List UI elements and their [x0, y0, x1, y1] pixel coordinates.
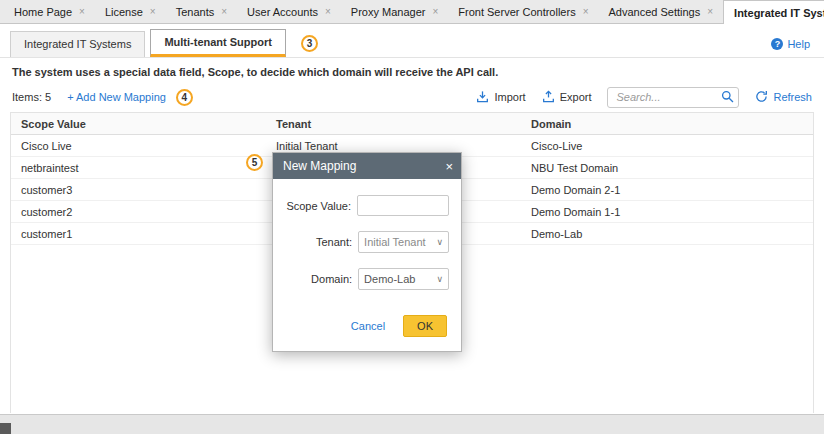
- annotation-step-3: 3: [301, 35, 318, 52]
- tenant-label: Tenant:: [285, 236, 352, 248]
- tab-label: Integrated IT Systems: [734, 7, 824, 19]
- cell-domain: Cisco-Live: [531, 140, 813, 152]
- refresh-label: Refresh: [773, 91, 812, 103]
- close-icon[interactable]: ×: [583, 7, 589, 17]
- cell-tenant: Initial Tenant: [276, 140, 531, 152]
- tab-label: Front Server Controllers: [458, 6, 575, 18]
- footer-corner-marker: [0, 423, 11, 434]
- tab-label: Tenants: [176, 6, 215, 18]
- tenant-select[interactable]: Initial Tenant ∨: [358, 231, 449, 253]
- help-icon: ?: [771, 38, 783, 50]
- chevron-down-icon: ∨: [436, 274, 443, 284]
- domain-label: Domain:: [285, 273, 352, 285]
- subtab-label: Integrated IT Systems: [24, 38, 131, 50]
- search-box: [607, 87, 739, 108]
- app-window: Home Page × License × Tenants × User Acc…: [0, 0, 824, 434]
- ok-button[interactable]: OK: [403, 315, 447, 337]
- cell-scope-value: netbraintest: [11, 162, 276, 174]
- annotation-step-5: 5: [246, 154, 263, 171]
- tab-label: User Accounts: [247, 6, 318, 18]
- tab-license[interactable]: License ×: [95, 0, 166, 23]
- import-label: Import: [494, 91, 525, 103]
- subtab-multi-tenant-support[interactable]: Multi-tenant Support: [150, 29, 286, 57]
- close-icon[interactable]: ×: [325, 7, 331, 17]
- tab-label: License: [105, 6, 143, 18]
- tab-tenants[interactable]: Tenants ×: [166, 0, 237, 23]
- cell-scope-value: customer3: [11, 184, 276, 196]
- close-icon[interactable]: ×: [707, 7, 713, 17]
- export-button[interactable]: Export: [542, 90, 592, 105]
- subtab-integrated-it-systems[interactable]: Integrated IT Systems: [10, 31, 145, 57]
- subtab-label: Multi-tenant Support: [164, 36, 272, 48]
- tab-proxy-manager[interactable]: Proxy Manager ×: [341, 0, 448, 23]
- help-link[interactable]: ? Help: [771, 38, 810, 50]
- tab-label: Proxy Manager: [351, 6, 426, 18]
- close-icon[interactable]: ×: [150, 7, 156, 17]
- scope-value-label: Scope Value:: [285, 200, 351, 212]
- dialog-header[interactable]: New Mapping ×: [273, 153, 461, 179]
- export-label: Export: [560, 91, 592, 103]
- tab-advanced-settings[interactable]: Advanced Settings ×: [599, 0, 724, 23]
- tab-label: Advanced Settings: [609, 6, 701, 18]
- tab-label: Home Page: [14, 6, 72, 18]
- tab-front-server-controllers[interactable]: Front Server Controllers ×: [448, 0, 598, 23]
- header-domain[interactable]: Domain: [531, 118, 813, 130]
- help-label: Help: [787, 38, 810, 50]
- header-tenant[interactable]: Tenant: [276, 118, 531, 130]
- import-button[interactable]: Import: [476, 90, 525, 105]
- sub-tab-bar: Integrated IT Systems Multi-tenant Suppo…: [0, 30, 824, 58]
- main-tab-bar: Home Page × License × Tenants × User Acc…: [0, 0, 824, 24]
- close-icon[interactable]: ×: [221, 7, 227, 17]
- items-count: Items: 5: [12, 91, 51, 103]
- add-new-mapping-link[interactable]: + Add New Mapping: [67, 91, 166, 103]
- export-icon: [542, 90, 555, 105]
- tenant-select-value: Initial Tenant: [364, 236, 426, 248]
- toolbar: Items: 5 + Add New Mapping 4 Import Expo…: [12, 86, 812, 108]
- table-header: Scope Value Tenant Domain: [11, 113, 813, 135]
- field-scope-value: Scope Value:: [285, 195, 449, 216]
- cancel-button[interactable]: Cancel: [351, 320, 385, 332]
- tab-home-page[interactable]: Home Page ×: [4, 0, 95, 23]
- tab-user-accounts[interactable]: User Accounts ×: [237, 0, 341, 23]
- dialog-body: Scope Value: Tenant: Initial Tenant ∨ Do…: [273, 179, 461, 311]
- domain-select[interactable]: Demo-Lab ∨: [358, 268, 449, 290]
- search-input[interactable]: [616, 91, 721, 103]
- cell-scope-value: customer2: [11, 206, 276, 218]
- cell-scope-value: Cisco Live: [11, 140, 276, 152]
- cell-domain: Demo Domain 2-1: [531, 184, 813, 196]
- header-scope-value[interactable]: Scope Value: [11, 118, 276, 130]
- toolbar-right: Import Export Refresh: [476, 87, 812, 108]
- dialog-footer: Cancel OK: [273, 311, 461, 351]
- cell-domain: Demo Domain 1-1: [531, 206, 813, 218]
- cell-domain: NBU Test Domain: [531, 162, 813, 174]
- domain-select-value: Demo-Lab: [364, 273, 415, 285]
- import-icon: [476, 90, 489, 105]
- new-mapping-dialog: New Mapping × Scope Value: Tenant: Initi…: [272, 152, 462, 352]
- close-icon[interactable]: ×: [79, 7, 85, 17]
- annotation-step-4: 4: [176, 89, 193, 106]
- chevron-down-icon: ∨: [436, 237, 443, 247]
- refresh-icon: [755, 90, 768, 105]
- description-text: The system uses a special data field, Sc…: [12, 66, 812, 78]
- cell-scope-value: customer1: [11, 228, 276, 240]
- field-domain: Domain: Demo-Lab ∨: [285, 268, 449, 290]
- search-icon[interactable]: [721, 90, 734, 105]
- cell-domain: Demo-Lab: [531, 228, 813, 240]
- close-icon[interactable]: ×: [432, 7, 438, 17]
- dialog-title: New Mapping: [283, 159, 356, 173]
- field-tenant: Tenant: Initial Tenant ∨: [285, 231, 449, 253]
- footer-bar: [0, 414, 824, 434]
- refresh-button[interactable]: Refresh: [755, 90, 812, 105]
- tab-integrated-it-systems[interactable]: Integrated IT Systems ×: [723, 0, 824, 24]
- scope-value-input[interactable]: [357, 195, 449, 216]
- close-icon[interactable]: ×: [445, 159, 453, 174]
